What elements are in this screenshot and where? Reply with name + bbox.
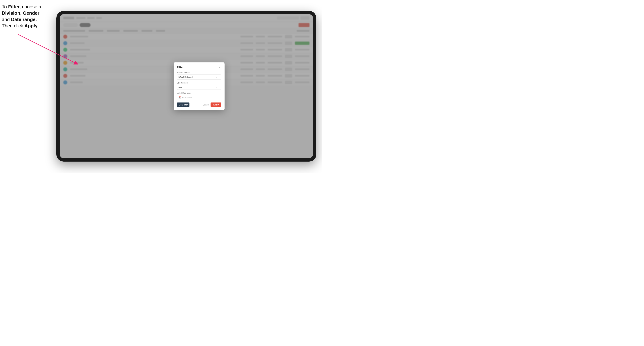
clear-filter-button[interactable]: Clear filter [177,103,190,107]
date-range-label: Select Date range [177,92,221,94]
division-clear-icon[interactable]: × [216,76,218,78]
division-select[interactable]: NCAA Division I × ⌃ [177,75,221,80]
date-range-input[interactable]: 📅 Pick a date [177,95,221,100]
gender-label: Select gender [177,82,221,84]
gender-chevron-icon: ⌃ [218,86,220,88]
tablet-screen: Filter × Select a division NCAA Division… [60,14,313,158]
modal-header: Filter × [177,66,221,69]
instruction-text: To Filter, choose a Division, Gender and… [2,4,54,29]
gender-select-icons: × ⌃ [216,86,220,88]
division-select-icons: × ⌃ [216,76,220,78]
modal-title: Filter [177,66,184,69]
modal-close-button[interactable]: × [218,66,221,69]
division-select-value: NCAA Division I [178,76,216,78]
bold-date-range: Date range. [11,17,37,22]
tablet-frame: Filter × Select a division NCAA Division… [56,11,316,162]
gender-select-value: Men [178,86,216,88]
bold-division-gender: Division, Gender [2,10,40,16]
division-chevron-icon: ⌃ [218,76,220,78]
modal-footer-right: Cancel Apply [203,103,221,107]
cancel-button[interactable]: Cancel [203,104,209,106]
apply-button[interactable]: Apply [210,103,221,107]
modal-footer: Clear filter Cancel Apply [177,103,221,107]
calendar-icon: 📅 [178,96,181,99]
gender-clear-icon[interactable]: × [216,86,218,88]
filter-modal: Filter × Select a division NCAA Division… [174,62,224,110]
bold-filter: Filter, [8,4,21,9]
date-range-placeholder: Pick a date [182,96,192,99]
division-label: Select a division [177,72,221,74]
bold-apply: Apply. [24,23,38,28]
gender-select[interactable]: Men × ⌃ [177,85,221,90]
